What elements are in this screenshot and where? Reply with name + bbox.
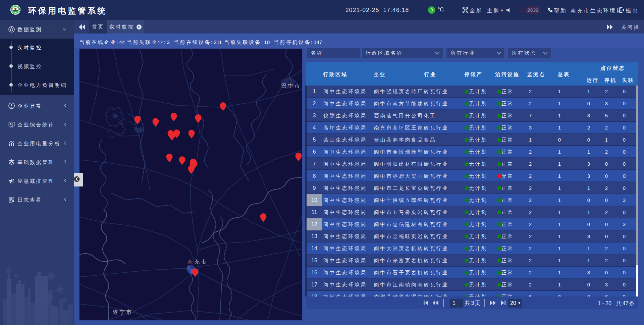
svg-text:南充市: 南充市 <box>187 259 208 265</box>
svg-text:巴中市: 巴中市 <box>281 83 301 89</box>
svg-text:遂宁市: 遂宁市 <box>113 309 133 315</box>
